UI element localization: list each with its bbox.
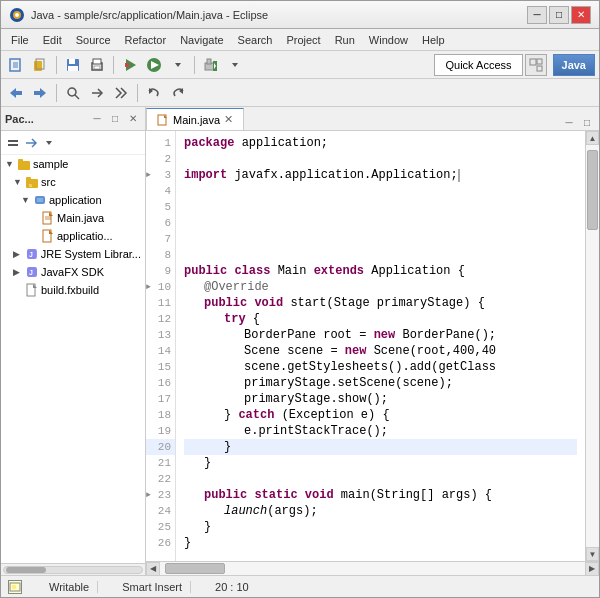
svg-rect-29 (16, 91, 22, 95)
scroll-right-arrow[interactable]: ▶ (585, 562, 599, 576)
sidebar-maximize-btn[interactable]: □ (107, 111, 123, 127)
svg-rect-16 (125, 63, 129, 67)
new-button[interactable] (5, 54, 27, 76)
tree-label-application-java: applicatio... (57, 230, 113, 242)
editor-minimize-btn[interactable]: ─ (561, 114, 577, 130)
scroll-up-arrow[interactable]: ▲ (586, 131, 599, 145)
sidebar-scrollbar-h[interactable] (1, 563, 145, 575)
save-button[interactable] (62, 54, 84, 76)
scroll-left-arrow[interactable]: ◀ (146, 562, 160, 576)
tree-item-application[interactable]: ▼ application (17, 191, 145, 209)
open-button[interactable] (29, 54, 51, 76)
menu-help[interactable]: Help (416, 32, 451, 48)
external-tools-button[interactable] (200, 54, 222, 76)
menu-search[interactable]: Search (232, 32, 279, 48)
java-perspective-button[interactable]: Java (553, 54, 595, 76)
tree-item-application-java[interactable]: applicatio... (25, 227, 145, 245)
code-line-17: primaryStage.show(); (184, 391, 577, 407)
search-file-button[interactable] (62, 82, 84, 104)
cursor-position: 20 : 10 (207, 581, 257, 593)
forward-button[interactable] (29, 82, 51, 104)
tree-item-main-java[interactable]: Main.java (25, 209, 145, 227)
run-dropdown[interactable] (167, 54, 189, 76)
editor-tab-main-java[interactable]: Main.java ✕ (146, 108, 244, 130)
link-with-editor-btn[interactable] (23, 135, 39, 151)
code-line-14: Scene scene = new Scene(root,400,40 (184, 343, 577, 359)
minimize-button[interactable]: ─ (527, 6, 547, 24)
redo-button[interactable] (167, 82, 189, 104)
package-explorer: Pac... ─ □ ✕ (1, 107, 146, 575)
code-line-9: public class Main extends Application { (184, 263, 577, 279)
tree-item-src[interactable]: ▼ s src (9, 173, 145, 191)
line-11: 11 (146, 295, 175, 311)
code-area[interactable]: package application; import javafx.appli… (176, 131, 585, 561)
menu-window[interactable]: Window (363, 32, 414, 48)
svg-rect-41 (26, 179, 38, 188)
menu-project[interactable]: Project (280, 32, 326, 48)
tree-item-build[interactable]: build.fxbuild (9, 281, 145, 299)
window-controls: ─ □ ✕ (527, 6, 591, 24)
code-line-23: public static void main(String[] args) { (184, 487, 577, 503)
run-button[interactable] (143, 54, 165, 76)
h-scroll-thumb[interactable] (6, 567, 46, 573)
last-edit-button[interactable] (86, 82, 108, 104)
menu-navigate[interactable]: Navigate (174, 32, 229, 48)
scroll-track-v[interactable] (586, 145, 599, 547)
close-button[interactable]: ✕ (571, 6, 591, 24)
title-bar: Java - sample/src/application/Main.java … (1, 1, 599, 29)
line-16: 16 (146, 375, 175, 391)
perspective-button[interactable] (525, 54, 547, 76)
line-20: 20 (146, 439, 175, 455)
svg-rect-10 (69, 59, 75, 64)
h-scroll-track[interactable] (3, 566, 143, 574)
menu-run[interactable]: Run (329, 32, 361, 48)
editor-maximize-btn[interactable]: □ (579, 114, 595, 130)
svg-point-2 (15, 13, 19, 17)
svg-rect-21 (207, 59, 211, 64)
view-menu-btn[interactable] (41, 135, 57, 151)
line-23: 23 (146, 487, 175, 503)
collapse-all-btn[interactable] (5, 135, 21, 151)
svg-rect-11 (68, 66, 78, 71)
svg-rect-31 (34, 91, 40, 95)
editor-scrollbar-h[interactable]: ◀ ▶ (146, 561, 599, 575)
tree-label-jre: JRE System Librar... (41, 248, 141, 260)
scroll-thumb-v[interactable] (587, 150, 598, 230)
print-button[interactable] (86, 54, 108, 76)
sidebar-close-btn[interactable]: ✕ (125, 111, 141, 127)
scroll-down-arrow[interactable]: ▼ (586, 547, 599, 561)
tree-item-sample[interactable]: ▼ sample (1, 155, 145, 173)
editor-scrollbar-v[interactable]: ▲ ▼ (585, 131, 599, 561)
menu-source[interactable]: Source (70, 32, 117, 48)
line-8: 8 (146, 247, 175, 263)
tree-item-javafx[interactable]: ▶ J JavaFX SDK (9, 263, 145, 281)
sidebar-minimize-btn[interactable]: ─ (89, 111, 105, 127)
app-file-icon (41, 229, 55, 243)
next-annotation-button[interactable] (110, 82, 132, 104)
code-line-21: } (184, 455, 577, 471)
tab-dirty-indicator: ✕ (224, 113, 233, 126)
code-line-1: package application; (184, 135, 577, 151)
scroll-track-h[interactable] (160, 562, 585, 575)
line-26: 26 (146, 535, 175, 551)
line-6: 6 (146, 215, 175, 231)
menu-file[interactable]: File (5, 32, 35, 48)
tree-item-jre[interactable]: ▶ J JRE System Librar... (9, 245, 145, 263)
status-save-icon (9, 579, 25, 595)
back-button[interactable] (5, 82, 27, 104)
menu-edit[interactable]: Edit (37, 32, 68, 48)
main-area: Pac... ─ □ ✕ (1, 107, 599, 575)
quick-access-button[interactable]: Quick Access (434, 54, 522, 76)
menu-refactor[interactable]: Refactor (119, 32, 173, 48)
code-line-11: public void start(Stage primaryStage) { (184, 295, 577, 311)
maximize-button[interactable]: □ (549, 6, 569, 24)
tree-label-sample: sample (33, 158, 68, 170)
undo-button[interactable] (143, 82, 165, 104)
editor-content[interactable]: 1 2 3 4 5 6 7 8 9 10 11 12 13 14 (146, 131, 585, 561)
scroll-thumb-h[interactable] (165, 563, 225, 574)
tools-dropdown[interactable] (224, 54, 246, 76)
code-line-19: e.printStackTrace(); (184, 423, 577, 439)
debug-button[interactable] (119, 54, 141, 76)
toolbar-right: Quick Access Java (434, 54, 595, 76)
expand-sample-icon: ▼ (5, 159, 15, 169)
